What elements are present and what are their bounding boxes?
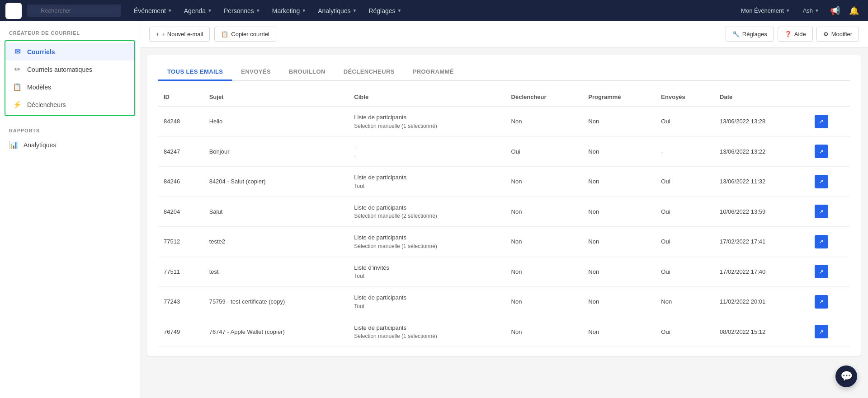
chat-bubble[interactable]: 💬	[835, 365, 857, 387]
cell-trigger: Oui	[506, 136, 583, 167]
email-tabs: TOUS LES EMAILS ENVOYÉS BROUILLON DÉCLEN…	[158, 64, 850, 81]
cell-subject: 75759 - test certificate (copy)	[204, 287, 349, 317]
open-email-button[interactable]: ↗	[815, 265, 828, 278]
cell-id: 77243	[158, 287, 204, 317]
cell-trigger: Non	[506, 197, 583, 227]
cell-scheduled: Non	[583, 197, 656, 227]
cell-target: Liste d'invités Tout	[349, 257, 505, 287]
search-wrapper	[27, 5, 121, 17]
tab-tous-les-emails[interactable]: TOUS LES EMAILS	[158, 64, 232, 81]
chevron-down-icon: ▼	[208, 8, 212, 13]
plus-icon: +	[156, 31, 160, 37]
tab-declencheurs[interactable]: DÉCLENCHEURS	[335, 64, 404, 81]
target-line1: -	[354, 143, 500, 152]
cell-trigger: Non	[506, 317, 583, 347]
col-programme: Programmé	[583, 90, 656, 106]
cell-target: Liste de participants Sélection manuelle…	[349, 197, 505, 227]
auto-email-icon: ✏	[13, 65, 22, 74]
sidebar-item-label: Analytiques	[24, 141, 56, 149]
cell-id: 84204	[158, 197, 204, 227]
cell-open: ↗	[809, 317, 850, 347]
cell-target: Liste de participants Tout	[349, 167, 505, 197]
nav-item-agenda[interactable]: Agenda ▼	[179, 5, 217, 17]
cell-subject: Bonjour	[204, 136, 349, 167]
cell-scheduled: Non	[583, 317, 656, 347]
cell-date: 08/02/2022 15:12	[714, 317, 809, 347]
col-date: Date	[714, 90, 809, 106]
cell-open: ↗	[809, 227, 850, 257]
new-email-button[interactable]: + + Nouvel e-mail	[149, 27, 210, 42]
cell-sent: Oui	[656, 197, 714, 227]
sidebar-item-courriels-auto[interactable]: ✏ Courriels automatiques	[5, 61, 134, 78]
open-email-button[interactable]: ↗	[815, 115, 828, 128]
cell-id: 84247	[158, 136, 204, 167]
target-line1: Liste de participants	[354, 173, 500, 182]
settings-button[interactable]: 🔧 Réglages	[726, 27, 774, 42]
cell-target: Liste de participants Tout	[349, 287, 505, 317]
search-input[interactable]	[27, 5, 121, 17]
app-body: CRÉATEUR DE COURRIEL ✉ Courriels ✏ Courr…	[0, 21, 868, 398]
cell-date: 17/02/2022 17:40	[714, 257, 809, 287]
col-declencheur: Déclencheur	[506, 90, 583, 106]
col-id: ID	[158, 90, 204, 106]
chevron-down-icon: ▼	[397, 8, 402, 13]
sidebar-item-label: Modèles	[27, 84, 51, 91]
cell-subject: 76747 - Apple Wallet (copier)	[204, 317, 349, 347]
cell-target: - -	[349, 136, 505, 167]
cell-trigger: Non	[506, 257, 583, 287]
modify-button[interactable]: ⚙ Modifier	[816, 27, 859, 42]
tab-envoyes[interactable]: ENVOYÉS	[232, 64, 280, 81]
templates-icon: 📋	[13, 83, 22, 91]
sidebar-reports-label: RAPPORTS	[0, 123, 140, 136]
cell-sent: Non	[656, 287, 714, 317]
target-line2: Tout	[354, 302, 500, 310]
target-line1: Liste de participants	[354, 323, 500, 332]
app-logo[interactable]: 🎟	[5, 3, 22, 19]
tab-brouillon[interactable]: BROUILLON	[280, 64, 335, 81]
cell-open: ↗	[809, 136, 850, 167]
cell-scheduled: Non	[583, 227, 656, 257]
open-email-button[interactable]: ↗	[815, 295, 828, 309]
chevron-down-icon: ▼	[786, 8, 790, 13]
sidebar-item-modeles[interactable]: 📋 Modèles	[5, 78, 134, 96]
cell-scheduled: Non	[583, 257, 656, 287]
cell-sent: Oui	[656, 106, 714, 136]
cell-open: ↗	[809, 167, 850, 197]
cell-sent: -	[656, 136, 714, 167]
chevron-down-icon: ▼	[353, 8, 357, 13]
sidebar-item-analytiques[interactable]: 📊 Analytiques	[0, 136, 140, 154]
cell-subject: Hello	[204, 106, 349, 136]
cell-scheduled: Non	[583, 287, 656, 317]
copy-email-button[interactable]: 📋 Copier courriel	[214, 27, 276, 42]
nav-item-evenement[interactable]: Événement ▼	[128, 5, 178, 17]
cell-scheduled: Non	[583, 106, 656, 136]
emails-table: ID Sujet Cible Déclencheur Programmé Env…	[158, 90, 850, 347]
nav-item-personnes[interactable]: Personnes ▼	[218, 5, 266, 17]
sidebar: CRÉATEUR DE COURRIEL ✉ Courriels ✏ Courr…	[0, 21, 140, 398]
nav-item-reglages[interactable]: Réglages ▼	[363, 5, 407, 17]
open-email-button[interactable]: ↗	[815, 145, 828, 158]
nav-user-ash[interactable]: Ash ▼	[797, 5, 825, 17]
sidebar-item-courriels[interactable]: ✉ Courriels	[5, 43, 134, 61]
target-line2: Sélection manuelle (1 sélectionné)	[354, 242, 500, 250]
open-email-button[interactable]: ↗	[815, 175, 828, 188]
cell-trigger: Non	[506, 167, 583, 197]
nav-item-analytiques[interactable]: Analytiques ▼	[312, 5, 362, 17]
cell-target: Liste de participants Sélection manuelle…	[349, 227, 505, 257]
cell-date: 13/06/2022 11:32	[714, 167, 809, 197]
open-email-button[interactable]: ↗	[815, 325, 828, 338]
open-email-button[interactable]: ↗	[815, 235, 828, 248]
bell-icon[interactable]: 🔔	[845, 3, 863, 19]
col-sujet: Sujet	[204, 90, 349, 106]
sidebar-creator-label: CRÉATEUR DE COURRIEL	[0, 30, 140, 40]
help-button[interactable]: ❓ Aide	[778, 27, 813, 42]
notification-icon[interactable]: 📢	[826, 3, 844, 19]
wrench-icon: 🔧	[732, 31, 740, 37]
cell-date: 13/06/2022 13:28	[714, 106, 809, 136]
sidebar-item-declencheurs[interactable]: ⚡ Déclencheurs	[5, 96, 134, 113]
open-email-button[interactable]: ↗	[815, 205, 828, 218]
nav-item-marketing[interactable]: Marketing ▼	[267, 5, 311, 17]
tab-programme[interactable]: PROGRAMMÉ	[404, 64, 463, 81]
nav-mon-evenement[interactable]: Mon Événement ▼	[736, 5, 796, 17]
nav-menu: Événement ▼ Agenda ▼ Personnes ▼ Marketi…	[128, 5, 736, 17]
